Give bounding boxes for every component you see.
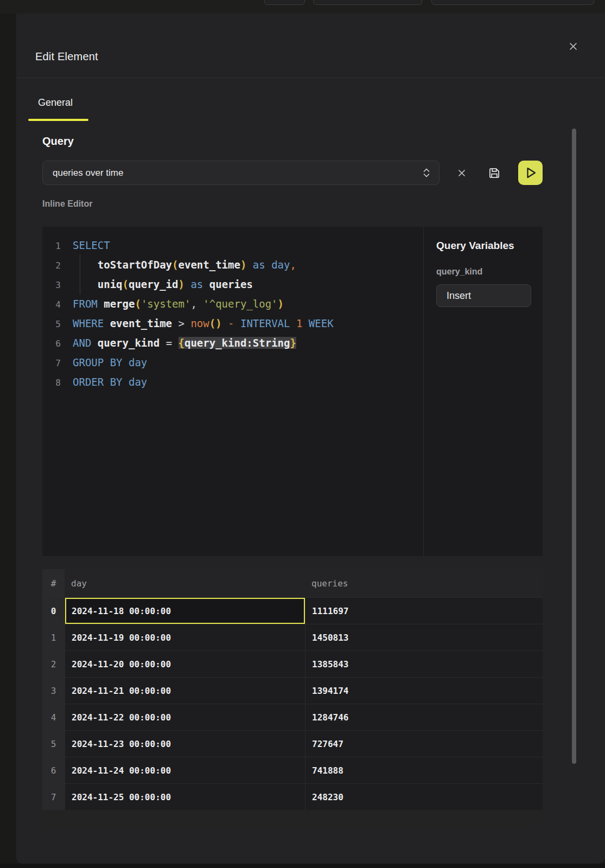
column-header-index: #	[42, 569, 65, 597]
code-line[interactable]: 1SELECT	[42, 239, 423, 259]
query-variables-panel: Query Variables query_kind Insert	[423, 227, 543, 556]
save-query-button[interactable]	[485, 164, 504, 182]
row-index-cell[interactable]: 1	[42, 624, 65, 650]
indent-guide-line	[80, 274, 80, 295]
code-text: FROM merge('system', '^query_log')	[73, 298, 284, 310]
play-icon	[518, 161, 543, 185]
row-index-cell[interactable]: 4	[42, 704, 65, 730]
code-line[interactable]: 4FROM merge('system', '^query_log')	[42, 298, 423, 317]
row-index-cell[interactable]: 2	[42, 650, 65, 677]
line-number: 6	[42, 339, 61, 349]
code-text: AND query_kind = {query_kind:String}	[73, 337, 296, 349]
save-icon	[487, 166, 501, 180]
close-button[interactable]	[564, 37, 582, 55]
code-text: GROUP BY day	[73, 356, 147, 368]
day-cell[interactable]: 2024-11-18 00:00:00	[65, 597, 305, 624]
background-button	[264, 0, 305, 5]
code-line[interactable]: 5WHERE event_time > now() - INTERVAL 1 W…	[42, 317, 423, 337]
indent-guide-line	[80, 254, 80, 275]
column-header-day: day	[65, 569, 305, 597]
query-section-heading: Query	[42, 135, 74, 148]
row-index-cell[interactable]: 0	[42, 597, 65, 624]
chevron-updown-icon	[423, 168, 430, 178]
insert-variable-button[interactable]: Insert	[436, 284, 531, 307]
edit-element-dialog: Edit Element General Query queries over …	[16, 14, 605, 864]
results-table: #dayqueries02024-11-18 00:00:00111169712…	[42, 569, 543, 810]
background-button	[313, 0, 422, 5]
queries-cell[interactable]: 1385843	[305, 650, 543, 677]
code-line[interactable]: 8ORDER BY day	[42, 376, 423, 395]
code-text: SELECT	[73, 239, 110, 251]
query-variables-heading: Query Variables	[436, 240, 531, 252]
tab-general[interactable]: General	[38, 97, 73, 108]
code-line[interactable]: 2 toStartOfDay(event_time) as day,	[42, 259, 423, 278]
query-results: #dayqueries02024-11-18 00:00:00111169712…	[42, 569, 543, 830]
sql-editor: 1SELECT2 toStartOfDay(event_time) as day…	[42, 227, 543, 556]
close-icon	[569, 42, 577, 50]
queries-cell[interactable]: 1450813	[305, 624, 543, 650]
column-header-queries: queries	[305, 569, 543, 597]
row-index-cell[interactable]: 6	[42, 757, 65, 783]
run-query-button[interactable]	[518, 161, 543, 185]
background-toolbar	[0, 0, 605, 14]
code-text: toStartOfDay(event_time) as day,	[73, 259, 296, 271]
queries-cell[interactable]: 1284746	[305, 704, 543, 730]
code-text: WHERE event_time > now() - INTERVAL 1 WE…	[73, 317, 334, 329]
day-cell[interactable]: 2024-11-23 00:00:00	[65, 730, 305, 757]
background-button	[431, 0, 594, 5]
queries-cell[interactable]: 1111697	[305, 597, 543, 624]
results-table-footer	[42, 810, 543, 829]
row-index-cell[interactable]: 5	[42, 730, 65, 757]
queries-cell[interactable]: 1394174	[305, 677, 543, 704]
query-select-value: queries over time	[53, 168, 423, 178]
code-lines[interactable]: 1SELECT2 toStartOfDay(event_time) as day…	[42, 227, 423, 556]
code-line[interactable]: 6AND query_kind = {query_kind:String}	[42, 337, 423, 356]
line-number: 4	[42, 299, 61, 310]
dialog-title: Edit Element	[35, 50, 98, 63]
day-cell[interactable]: 2024-11-24 00:00:00	[65, 757, 305, 783]
day-cell[interactable]: 2024-11-22 00:00:00	[65, 704, 305, 730]
queries-cell[interactable]: 248230	[305, 783, 543, 810]
query-select[interactable]: queries over time	[42, 161, 440, 185]
queries-cell[interactable]: 741888	[305, 757, 543, 783]
insert-button-label: Insert	[447, 290, 471, 302]
active-tab-indicator	[28, 119, 88, 121]
variable-name-label: query_kind	[436, 267, 531, 277]
queries-cell[interactable]: 727647	[305, 730, 543, 757]
day-cell[interactable]: 2024-11-21 00:00:00	[65, 677, 305, 704]
dialog-scrollbar-thumb[interactable]	[572, 129, 576, 764]
line-number: 2	[42, 260, 61, 271]
row-index-cell[interactable]: 7	[42, 783, 65, 810]
day-cell[interactable]: 2024-11-20 00:00:00	[65, 650, 305, 677]
clear-icon	[458, 169, 466, 177]
day-cell[interactable]: 2024-11-19 00:00:00	[65, 624, 305, 650]
code-line[interactable]: 3 uniq(query_id) as queries	[42, 278, 423, 298]
clear-query-button[interactable]	[454, 165, 470, 181]
day-cell[interactable]: 2024-11-25 00:00:00	[65, 783, 305, 810]
line-number: 8	[42, 378, 61, 388]
background-bottom-strip	[0, 864, 605, 868]
row-index-cell[interactable]: 3	[42, 677, 65, 704]
line-number: 1	[42, 241, 61, 251]
code-text: uniq(query_id) as queries	[73, 278, 253, 290]
code-line[interactable]: 7GROUP BY day	[42, 356, 423, 376]
line-number: 3	[42, 280, 61, 290]
inline-editor-label: Inline Editor	[42, 199, 92, 209]
line-number: 5	[42, 319, 61, 329]
line-number: 7	[42, 358, 61, 368]
header-divider	[16, 78, 605, 78]
code-text: ORDER BY day	[73, 376, 147, 388]
